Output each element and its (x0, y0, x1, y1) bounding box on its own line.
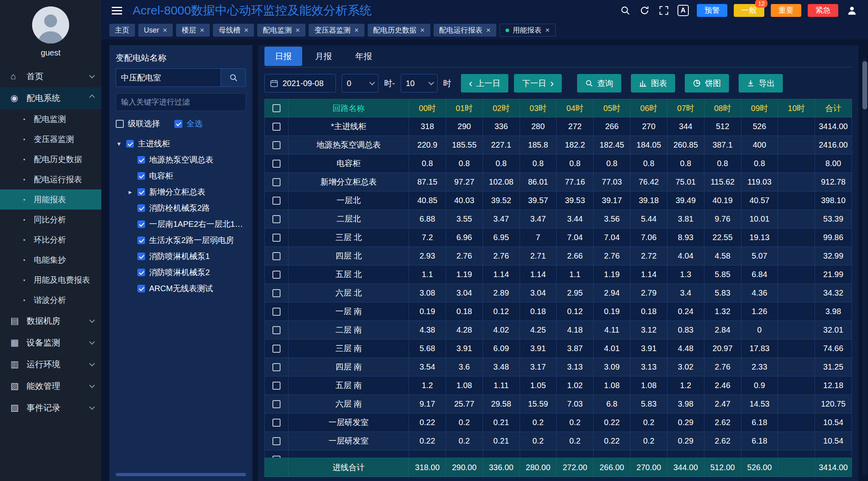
tree-checkbox[interactable] (137, 285, 145, 292)
filter-input[interactable] (116, 93, 246, 111)
tab-close-icon[interactable]: × (354, 26, 358, 35)
row-checkbox[interactable] (272, 419, 280, 427)
select-all-checkbox[interactable] (174, 120, 182, 128)
report-tab-年报[interactable]: 年报 (345, 47, 383, 66)
sidebar-item-谐波分析[interactable]: ▪谐波分析 (0, 290, 101, 310)
next-day-button[interactable]: 下一日 › (514, 74, 562, 92)
date-picker[interactable]: 2021-09-08 (264, 74, 336, 92)
sidebar-item-首页[interactable]: ⌂首页 (0, 66, 101, 87)
menu-toggle-icon[interactable] (112, 7, 122, 14)
tab-close-icon[interactable]: × (545, 26, 550, 35)
row-checkbox[interactable] (272, 160, 280, 168)
station-input[interactable] (116, 68, 221, 87)
tree-node[interactable]: 消防喷淋机械泵1 (116, 248, 246, 264)
fullscreen-icon[interactable] (658, 5, 669, 16)
tab-用能报表[interactable]: 用能报表× (500, 24, 556, 37)
tree-node[interactable]: 消防栓机械泵2路 (116, 200, 246, 216)
tree-checkbox[interactable] (137, 172, 145, 180)
tab-close-icon[interactable]: × (295, 26, 300, 35)
tree-node[interactable]: 消防喷淋机械泵2 (116, 264, 246, 280)
tree-checkbox[interactable] (137, 253, 145, 260)
pie-button[interactable]: 饼图 (685, 74, 729, 92)
row-checkbox[interactable] (272, 382, 280, 390)
horizontal-scrollbar[interactable] (116, 473, 246, 476)
scrollbar-thumb[interactable] (862, 61, 867, 109)
row-checkbox[interactable] (272, 178, 280, 186)
sidebar-item-用能报表[interactable]: ▪用能报表 (0, 189, 101, 210)
export-button[interactable]: 导出 (739, 74, 783, 92)
tab-主页[interactable]: 主页 (109, 24, 135, 37)
tab-配电历史数据[interactable]: 配电历史数据× (368, 24, 430, 37)
sidebar-item-用能及电费报表[interactable]: ▪用能及电费报表 (0, 270, 101, 290)
row-checkbox[interactable] (272, 289, 280, 297)
vertical-scrollbar[interactable] (862, 58, 867, 475)
sidebar-item-能效管理[interactable]: ▧能效管理 (0, 375, 101, 397)
font-size-icon[interactable]: A (678, 5, 689, 16)
sidebar-item-环比分析[interactable]: ▪环比分析 (0, 230, 101, 250)
sidebar-item-电能集抄[interactable]: ▪电能集抄 (0, 250, 101, 270)
row-checkbox[interactable] (272, 363, 280, 371)
chart-button[interactable]: 图表 (631, 74, 675, 92)
sidebar-item-配电监测[interactable]: ▪配电监测 (0, 109, 101, 129)
tab-配电监测[interactable]: 配电监测× (257, 24, 305, 37)
tab-配电运行报表[interactable]: 配电运行报表× (434, 24, 496, 37)
row-checkbox[interactable] (272, 123, 280, 131)
tree-node[interactable]: ▸新增分立柜总表 (116, 184, 246, 200)
search-icon[interactable] (620, 5, 631, 16)
sidebar-item-事件记录[interactable]: ▨事件记录 (0, 397, 101, 419)
alarm-button-紧急[interactable]: 紧急 (808, 4, 838, 17)
sidebar-item-同比分析[interactable]: ▪同比分析 (0, 210, 101, 230)
tab-close-icon[interactable]: × (163, 26, 167, 35)
alarm-button-一般[interactable]: 一般12 (734, 4, 764, 17)
station-search-button[interactable] (221, 68, 246, 87)
cascade-checkbox[interactable] (116, 120, 124, 128)
hour-start-select[interactable]: 0 (342, 74, 379, 92)
tab-变压器监测[interactable]: 变压器监测× (309, 24, 364, 37)
hour-end-select[interactable]: 10 (401, 74, 438, 92)
row-checkbox[interactable] (272, 197, 280, 205)
row-checkbox[interactable] (272, 252, 280, 260)
refresh-icon[interactable] (639, 5, 650, 16)
row-checkbox[interactable] (272, 141, 280, 149)
sidebar-item-设备监测[interactable]: ▦设备监测 (0, 332, 101, 354)
tree-node[interactable]: 地源热泵空调总表 (116, 152, 246, 168)
row-checkbox[interactable] (272, 234, 280, 242)
expand-arrow-icon[interactable]: ▸ (127, 188, 133, 196)
user-icon[interactable] (846, 5, 858, 16)
prev-day-button[interactable]: ‹ 上一日 (461, 74, 509, 92)
tab-close-icon[interactable]: × (486, 26, 491, 35)
avatar[interactable] (32, 6, 69, 43)
report-tab-月报[interactable]: 月报 (305, 47, 342, 66)
row-checkbox[interactable] (272, 345, 280, 353)
select-all-rows-checkbox[interactable] (272, 104, 280, 112)
row-checkbox[interactable] (272, 437, 280, 445)
tree-node[interactable]: 电容柜 (116, 168, 246, 184)
report-tab-日报[interactable]: 日报 (264, 47, 302, 66)
tab-User[interactable]: User× (138, 24, 173, 37)
row-checkbox[interactable] (272, 456, 280, 458)
tree-node-root[interactable]: ▾ 主进线柜 (116, 136, 246, 152)
row-checkbox[interactable] (272, 308, 280, 316)
sidebar-item-变压器监测[interactable]: ▪变压器监测 (0, 129, 101, 149)
row-checkbox[interactable] (272, 215, 280, 223)
sidebar-item-配电系统[interactable]: ◉配电系统 (0, 87, 101, 109)
tab-母线槽[interactable]: 母线槽× (213, 24, 254, 37)
row-checkbox[interactable] (272, 271, 280, 279)
sidebar-item-运行环境[interactable]: ▥运行环境 (0, 354, 101, 375)
tree-checkbox[interactable] (137, 188, 145, 196)
tab-close-icon[interactable]: × (420, 26, 425, 35)
collapse-arrow-icon[interactable]: ▾ (116, 140, 122, 148)
alarm-button-预警[interactable]: 预警 (697, 4, 727, 17)
tree-node[interactable]: ARCM无线表测试 (116, 280, 246, 296)
row-checkbox[interactable] (272, 326, 280, 334)
query-button[interactable]: 查询 (577, 74, 621, 92)
tree-root-checkbox[interactable] (126, 140, 134, 148)
tree-checkbox[interactable] (137, 236, 145, 244)
alarm-button-重要[interactable]: 重要 (771, 4, 801, 17)
tab-楼层[interactable]: 楼层× (176, 24, 210, 37)
tree-checkbox[interactable] (137, 204, 145, 212)
tree-checkbox[interactable] (137, 269, 145, 276)
sidebar-item-配电运行报表[interactable]: ▪配电运行报表 (0, 169, 101, 189)
tree-node[interactable]: 一层南1APE2右一层北1APE1左 (116, 216, 246, 232)
tree-checkbox[interactable] (137, 156, 145, 164)
